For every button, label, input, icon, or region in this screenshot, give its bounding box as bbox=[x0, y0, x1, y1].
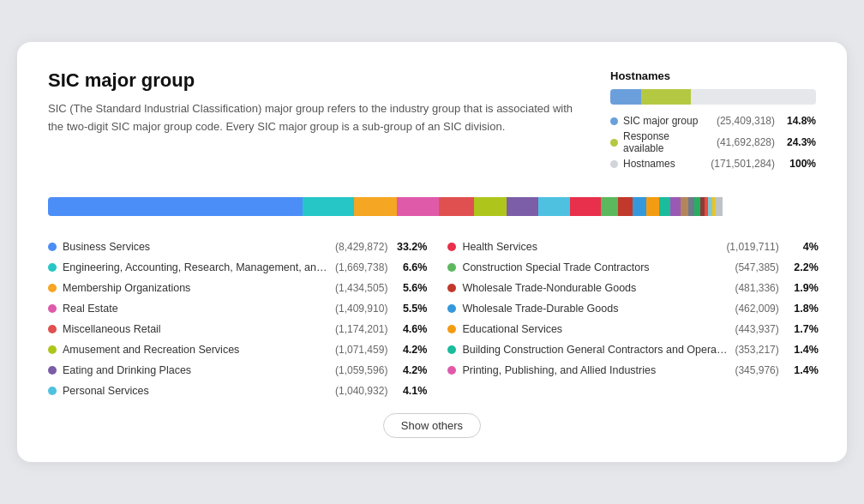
row-pct: 1.4% bbox=[786, 344, 819, 356]
row-label: Membership Organizations bbox=[63, 282, 328, 294]
legend-dot bbox=[610, 117, 618, 125]
row-pct: 4.2% bbox=[394, 344, 427, 356]
row-pct: 4.1% bbox=[394, 385, 427, 397]
row-pct: 5.6% bbox=[394, 282, 427, 294]
row-dot bbox=[447, 345, 456, 354]
bar-segment bbox=[633, 197, 646, 216]
bar-segment bbox=[688, 197, 694, 216]
legend-count: (25,409,318) bbox=[717, 115, 775, 127]
table-row: Real Estate (1,409,910) 5.5% bbox=[48, 298, 427, 319]
bar-segment bbox=[681, 197, 688, 216]
legend-count: (171,501,284) bbox=[711, 158, 775, 170]
stacked-bar bbox=[48, 197, 816, 216]
bar-segment bbox=[474, 197, 507, 216]
table-row: Amusement and Recreation Services (1,071… bbox=[48, 339, 427, 360]
row-pct: 4.2% bbox=[394, 364, 427, 376]
table-row: Personal Services (1,040,932) 4.1% bbox=[48, 381, 427, 401]
bar-segment bbox=[715, 197, 722, 216]
legend-pct: 14.8% bbox=[785, 115, 816, 127]
row-count: (462,009) bbox=[735, 303, 778, 315]
row-dot bbox=[447, 284, 456, 292]
hostnames-progress-bar bbox=[610, 89, 816, 105]
row-count: (1,019,711) bbox=[726, 241, 778, 253]
row-count: (481,336) bbox=[735, 282, 778, 294]
legend-item: SIC major group (25,409,318) 14.8% bbox=[610, 115, 816, 127]
row-count: (1,059,596) bbox=[335, 364, 387, 376]
row-count: (1,409,910) bbox=[335, 303, 387, 315]
row-label: Building Construction General Contractor… bbox=[462, 344, 728, 356]
row-label: Amusement and Recreation Services bbox=[63, 344, 328, 356]
row-dot bbox=[447, 325, 456, 333]
description-text: SIC (The Standard Industrial Classificat… bbox=[48, 100, 579, 136]
show-others-button[interactable]: Show others bbox=[383, 413, 481, 438]
row-dot bbox=[447, 304, 456, 313]
bar-segment bbox=[397, 197, 439, 216]
bar-segment bbox=[570, 197, 601, 216]
data-table: Business Services (8,429,872) 33.2% Engi… bbox=[48, 237, 816, 401]
row-label: Wholesale Trade-Durable Goods bbox=[462, 303, 728, 315]
row-pct: 1.4% bbox=[786, 364, 819, 376]
row-dot bbox=[48, 263, 57, 272]
hostnames-title: Hostnames bbox=[610, 69, 816, 82]
sic-card: SIC major group SIC (The Standard Indust… bbox=[17, 42, 847, 462]
row-count: (1,040,932) bbox=[335, 385, 387, 397]
table-row: Health Services (1,019,711) 4% bbox=[447, 237, 818, 257]
row-label: Construction Special Trade Contractors bbox=[462, 261, 728, 273]
table-row: Building Construction General Contractor… bbox=[447, 339, 818, 360]
table-row: Membership Organizations (1,434,505) 5.6… bbox=[48, 278, 427, 298]
row-dot bbox=[48, 366, 57, 375]
row-dot bbox=[48, 243, 57, 251]
row-count: (345,976) bbox=[735, 364, 778, 376]
bar-segment bbox=[303, 197, 353, 216]
page-title: SIC major group bbox=[48, 69, 583, 92]
hostnames-section: Hostnames SIC major group (25,409,318) 1… bbox=[610, 69, 816, 173]
row-pct: 2.2% bbox=[786, 261, 819, 273]
legend-label: SIC major group bbox=[623, 115, 711, 127]
bar-segment bbox=[507, 197, 539, 216]
row-label: Personal Services bbox=[63, 385, 328, 397]
row-pct: 4% bbox=[786, 241, 819, 253]
row-pct: 1.8% bbox=[786, 303, 819, 315]
table-row: Eating and Drinking Places (1,059,596) 4… bbox=[48, 360, 427, 381]
legend-label: Response available bbox=[623, 130, 711, 154]
row-label: Health Services bbox=[462, 241, 719, 253]
table-row: Construction Special Trade Contractors (… bbox=[447, 257, 818, 278]
row-dot bbox=[447, 366, 456, 375]
hostnames-legend: SIC major group (25,409,318) 14.8% Respo… bbox=[610, 115, 816, 170]
table-row: Business Services (8,429,872) 33.2% bbox=[48, 237, 427, 257]
legend-pct: 100% bbox=[785, 158, 816, 170]
row-count: (547,385) bbox=[735, 261, 778, 273]
progress-segment-sic bbox=[610, 89, 641, 105]
legend-dot bbox=[610, 160, 618, 168]
row-count: (353,217) bbox=[735, 344, 778, 356]
table-row: Educational Services (443,937) 1.7% bbox=[447, 319, 818, 339]
bar-segment bbox=[646, 197, 659, 216]
row-count: (1,174,201) bbox=[335, 323, 387, 335]
row-pct: 6.6% bbox=[394, 261, 427, 273]
row-pct: 1.9% bbox=[786, 282, 819, 294]
row-pct: 5.5% bbox=[394, 303, 427, 315]
legend-label: Hostnames bbox=[623, 158, 705, 170]
legend-item: Response available (41,692,828) 24.3% bbox=[610, 130, 816, 154]
table-row: Miscellaneous Retail (1,174,201) 4.6% bbox=[48, 319, 427, 339]
progress-segment-response bbox=[641, 89, 691, 105]
row-dot bbox=[447, 263, 456, 272]
row-pct: 33.2% bbox=[394, 241, 427, 253]
row-count: (1,434,505) bbox=[335, 282, 387, 294]
row-label: Wholesale Trade-Nondurable Goods bbox=[462, 282, 728, 294]
bar-segment bbox=[601, 197, 618, 216]
row-label: Business Services bbox=[63, 241, 328, 253]
bar-segment bbox=[659, 197, 670, 216]
top-section: SIC major group SIC (The Standard Indust… bbox=[48, 69, 816, 173]
bar-segment bbox=[439, 197, 474, 216]
row-count: (1,669,738) bbox=[335, 261, 387, 273]
row-label: Eating and Drinking Places bbox=[63, 364, 328, 376]
row-label: Miscellaneous Retail bbox=[63, 323, 328, 335]
row-label: Engineering, Accounting, Research, Manag… bbox=[63, 261, 328, 273]
right-column: Health Services (1,019,711) 4% Construct… bbox=[430, 237, 818, 401]
bar-segment bbox=[538, 197, 570, 216]
row-count: (8,429,872) bbox=[335, 241, 387, 253]
left-column: Business Services (8,429,872) 33.2% Engi… bbox=[48, 237, 427, 401]
table-row: Printing, Publishing, and Allied Industr… bbox=[447, 360, 818, 381]
table-row: Wholesale Trade-Durable Goods (462,009) … bbox=[447, 298, 818, 319]
